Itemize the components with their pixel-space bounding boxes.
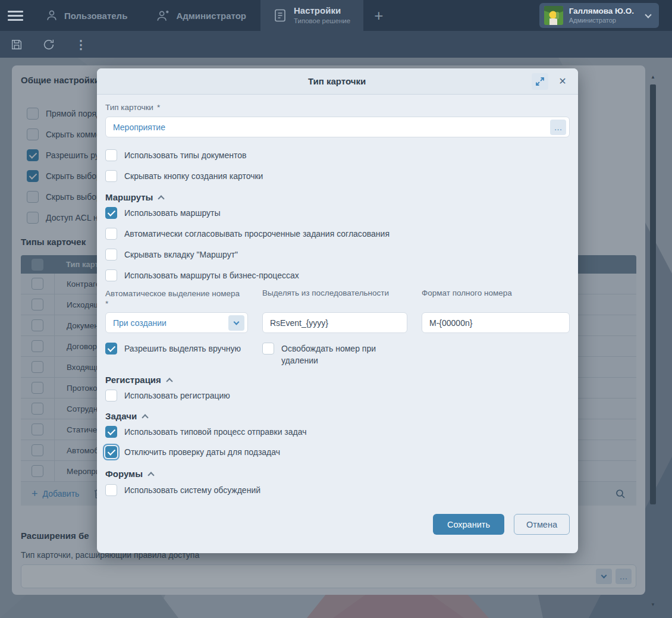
checkbox[interactable] — [105, 207, 117, 219]
user-name: Галлямова Ю.О. — [569, 7, 634, 17]
tab-label: Пользователь — [64, 11, 127, 21]
checkbox[interactable] — [105, 228, 117, 240]
required-mark: * — [157, 103, 160, 112]
section-title: Задачи — [105, 411, 137, 421]
required-mark: * — [105, 299, 108, 308]
checkbox[interactable] — [105, 149, 117, 161]
checkbox[interactable] — [105, 170, 117, 182]
tab-label: Администратор — [176, 11, 246, 21]
auto-number-label: Автоматическое выделение номера * — [105, 288, 248, 309]
chevron-up-icon — [158, 195, 165, 202]
checkbox-row: Скрывать вкладку "Маршрут" — [105, 249, 570, 261]
refresh-button[interactable] — [40, 36, 57, 53]
checkbox-row: Разрешить выделять вручную — [105, 343, 248, 366]
cancel-button[interactable]: Отмена — [514, 514, 570, 535]
close-icon: ✕ — [558, 76, 566, 87]
checkbox[interactable] — [105, 269, 117, 281]
checkbox-row: Использовать маршруты — [105, 207, 570, 219]
section-forums[interactable]: Форумы — [105, 469, 570, 479]
dialog-body: Тип карточки* … Использовать типы докуме… — [97, 95, 578, 553]
dialog-header: Тип карточки ✕ — [97, 68, 578, 95]
section-title: Форумы — [105, 469, 143, 479]
format-field[interactable] — [422, 312, 570, 333]
number-field-labels: Автоматическое выделение номера * Выделя… — [105, 288, 570, 309]
card-type-field[interactable]: … — [105, 117, 570, 137]
tab-user[interactable]: Пользователь — [31, 0, 142, 31]
section-routes[interactable]: Маршруты — [105, 192, 570, 202]
checkbox-label: Использовать регистрацию — [124, 390, 230, 401]
section-registration[interactable]: Регистрация — [105, 375, 570, 385]
avatar — [544, 6, 563, 25]
checkbox[interactable] — [105, 446, 117, 458]
chevron-down-icon[interactable] — [228, 315, 244, 331]
more-actions-button[interactable]: ⋮ — [73, 36, 89, 53]
refresh-icon — [42, 38, 55, 51]
expand-dialog-button[interactable] — [532, 73, 548, 90]
hamburger-icon — [8, 8, 23, 23]
number-fields: При создании — [105, 312, 570, 333]
checkbox[interactable] — [105, 426, 117, 438]
checkbox-row: Отключить проверку даты для подзадач — [105, 446, 570, 458]
checkbox-row: Использовать типовой процесс отправки за… — [105, 426, 570, 438]
checkbox[interactable] — [105, 249, 117, 261]
close-dialog-button[interactable]: ✕ — [554, 73, 571, 90]
checkbox[interactable] — [105, 390, 117, 401]
card-type-field-label: Тип карточки* — [105, 103, 570, 112]
new-tab-button[interactable]: + — [363, 0, 394, 31]
selected-value: При создании — [113, 318, 228, 328]
menu-hamburger-button[interactable] — [0, 0, 31, 31]
section-title: Регистрация — [105, 375, 161, 385]
checkbox-label: Освобождать номер при удалении — [281, 343, 400, 366]
format-input[interactable] — [429, 318, 566, 328]
chevron-up-icon — [142, 414, 149, 421]
checkbox-row: Использовать маршруты в бизнес-процессах — [105, 269, 570, 281]
app-window: Общие настройки Прямой поряд Скрыть комм… — [0, 0, 672, 618]
document-icon — [274, 8, 287, 23]
tab-settings-active[interactable]: Настройки Типовое решение — [260, 0, 363, 31]
chevron-down-icon — [645, 11, 651, 18]
checkbox-label: Скрывать вкладку "Маршрут" — [124, 249, 238, 261]
tab-subtitle: Типовое решение — [294, 17, 350, 25]
chevron-up-icon — [147, 472, 154, 478]
sequence-field[interactable] — [262, 312, 407, 333]
checkbox-label: Использовать типы документов — [124, 149, 246, 161]
card-type-input[interactable] — [113, 123, 545, 132]
tab-administrator[interactable]: Администратор — [142, 0, 260, 31]
checkbox-label: Использовать систему обсуждений — [124, 484, 260, 496]
checkbox-label: Использовать маршруты в бизнес-процессах — [124, 269, 299, 281]
save-button[interactable]: Сохранить — [433, 514, 504, 535]
user-menu[interactable]: Галлямова Ю.О. Администратор — [539, 3, 659, 28]
format-label: Формат полного номера — [422, 288, 570, 309]
sequence-input[interactable] — [270, 318, 404, 328]
sequence-label: Выделять из последовательности — [262, 288, 407, 309]
floppy-save-icon — [10, 38, 23, 51]
checkbox-row: Скрывать кнопку создания карточки — [105, 170, 570, 182]
person-icon — [45, 9, 58, 22]
checkbox-row: Использовать систему обсуждений — [105, 484, 570, 496]
checkbox[interactable] — [262, 343, 274, 355]
section-tasks[interactable]: Задачи — [105, 411, 570, 421]
top-bar: Пользователь Администратор Настройки Тип… — [0, 0, 672, 31]
user-role: Администратор — [569, 17, 634, 25]
checkbox-row: Освобождать номер при удалении — [262, 343, 407, 366]
checkbox-row: Использовать типы документов — [105, 149, 570, 161]
dialog-buttons: Сохранить Отмена — [105, 514, 570, 543]
expand-icon — [536, 77, 544, 86]
ellipsis-button[interactable]: … — [550, 120, 566, 135]
checkbox-row: Автоматически согласовывать просроченные… — [105, 228, 570, 240]
checkbox-label: Разрешить выделять вручную — [124, 343, 241, 355]
checkbox[interactable] — [105, 343, 117, 355]
card-type-dialog: Тип карточки ✕ Тип карточки* … Использов… — [97, 68, 578, 553]
tab-label: Настройки — [294, 5, 350, 17]
auto-number-select[interactable]: При создании — [105, 312, 248, 333]
checkbox-label: Автоматически согласовывать просроченные… — [124, 228, 390, 240]
checkbox-label: Скрывать кнопку создания карточки — [124, 170, 263, 182]
save-button[interactable] — [8, 36, 25, 53]
number-checkboxes: Разрешить выделять вручную Освобождать н… — [105, 343, 570, 366]
card-toolbar: ⋮ — [0, 31, 672, 58]
chevron-up-icon — [166, 378, 172, 384]
checkbox[interactable] — [105, 484, 117, 496]
section-title: Маршруты — [105, 192, 153, 202]
checkbox-label: Отключить проверку даты для подзадач — [124, 446, 280, 458]
checkbox-label: Использовать маршруты — [124, 207, 221, 219]
